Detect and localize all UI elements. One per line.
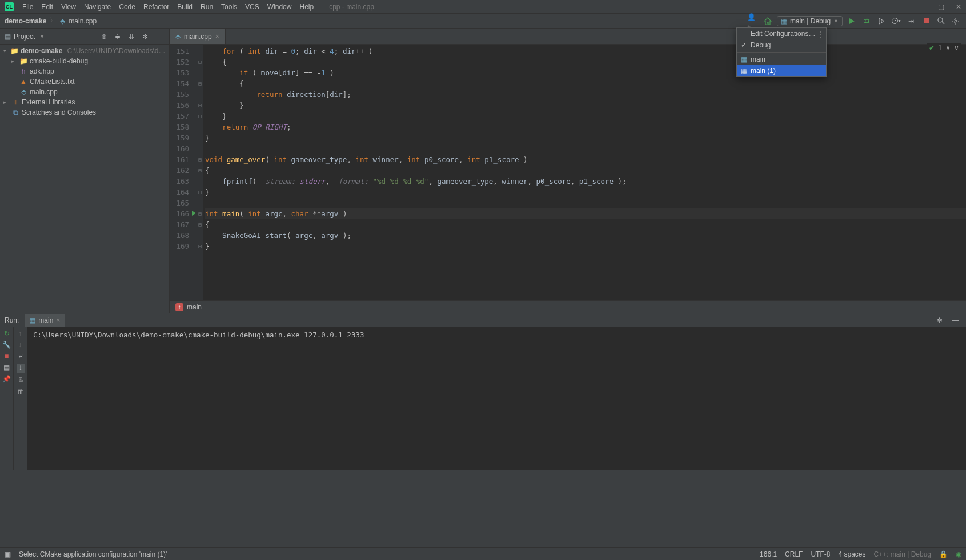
tree-item-label: adk.hpp (30, 67, 54, 75)
rerun-icon[interactable]: ↻ (4, 329, 10, 337)
run-output-line: C:\Users\UNIDY\Downloads\demo-cmake\cmak… (33, 331, 960, 339)
run-output[interactable]: C:\Users\UNIDY\Downloads\demo-cmake\cmak… (27, 327, 966, 470)
debug-icon[interactable] (861, 15, 872, 27)
svg-point-3 (938, 18, 943, 22)
dd-label: main (751, 55, 765, 63)
add-user-icon[interactable]: 👤₊ (747, 15, 759, 27)
hide-tool-icon[interactable]: — (153, 31, 165, 42)
scroll-end-icon[interactable]: ⤓ (17, 364, 25, 373)
tree-file[interactable]: ▲ CMakeLists.txt (0, 76, 169, 87)
svg-point-4 (955, 20, 957, 22)
maximize-icon[interactable]: ▢ (938, 3, 944, 11)
close-icon[interactable]: ✕ (956, 3, 961, 11)
menu-tools[interactable]: Tools (217, 3, 241, 11)
menu-code[interactable]: Code (115, 3, 139, 11)
dd-label: main (1) (751, 67, 776, 75)
menu-window[interactable]: Window (263, 3, 296, 11)
menu-navigate[interactable]: Navigate (80, 3, 115, 11)
select-opened-icon[interactable]: ⊕ (98, 31, 110, 42)
encoding[interactable]: UTF-8 (811, 550, 830, 558)
stop-icon[interactable] (920, 15, 932, 27)
run-tool-window: Run: ▦ main × ✻ — ↻ 🔧 ■ ▤ 📌 ↑ ↓ ⤶ ⤓ 🖶 🗑 … (0, 313, 966, 470)
menu-run[interactable]: Run (197, 3, 217, 11)
close-tab-icon[interactable]: × (215, 33, 219, 41)
run-settings-icon[interactable]: ✻ (934, 315, 945, 326)
stop-run-icon[interactable]: ■ (5, 352, 9, 360)
tree-file[interactable]: h adk.hpp (0, 66, 169, 76)
dd-config-item[interactable]: ▦ main (1) (737, 65, 826, 76)
close-run-tab-icon[interactable]: × (56, 316, 60, 324)
inspection-widget[interactable]: ✔ 1 ∧ ∨ (927, 43, 961, 53)
print-icon[interactable]: 🖶 (17, 376, 24, 384)
menu-edit[interactable]: Edit (37, 3, 57, 11)
coverage-icon[interactable] (876, 15, 887, 27)
hector-icon[interactable]: ◉ (956, 550, 961, 558)
chevron-down-icon[interactable]: ∨ (954, 44, 959, 52)
breadcrumb-file[interactable]: main.cpp (69, 17, 97, 25)
editor-tab[interactable]: ⬘ main.cpp × (170, 29, 226, 44)
breadcrumb: demo-cmake 〉 ⬘ main.cpp (5, 16, 97, 26)
edit-configurations[interactable]: Edit Configurations… (737, 28, 826, 39)
project-tool-title[interactable]: Project (14, 33, 35, 41)
hide-run-icon[interactable]: — (950, 315, 961, 326)
inspection-count: 1 (938, 44, 942, 52)
lock-icon[interactable]: 🔒 (939, 550, 948, 558)
tree-item-label: CMakeLists.txt (30, 78, 75, 86)
tree-scratches[interactable]: ⧉ Scratches and Consoles (0, 107, 169, 118)
run-config-selector[interactable]: ▦ main | Debug ▼ (777, 16, 843, 26)
chevron-up-icon[interactable]: ∧ (945, 44, 951, 52)
indent[interactable]: 4 spaces (838, 550, 865, 558)
tree-folder[interactable]: ▸ 📁 cmake-build-debug (0, 56, 169, 66)
settings-icon[interactable] (950, 15, 961, 27)
svg-point-0 (865, 19, 868, 23)
search-icon[interactable] (935, 15, 947, 27)
dd-debug[interactable]: ✓ Debug (737, 39, 826, 51)
dd-label: Debug (751, 41, 771, 49)
profile-icon[interactable]: ▼ (891, 15, 902, 27)
menu-help[interactable]: Help (295, 3, 318, 11)
build-icon[interactable] (762, 15, 773, 27)
menu-vcs[interactable]: VCS (241, 3, 263, 11)
tool-windows-icon[interactable]: ▣ (5, 550, 11, 558)
dd-config-item[interactable]: ▦ main (737, 54, 826, 65)
editor-tab-label: main.cpp (184, 33, 212, 41)
run-config-dropdown: ⋮ Edit Configurations… ✓ Debug ▦ main ▦ … (736, 27, 827, 77)
pin-icon[interactable]: 📌 (2, 375, 11, 383)
line-separator[interactable]: CRLF (785, 550, 803, 558)
tree-item-label: External Libraries (22, 98, 75, 106)
tree-file[interactable]: ⬘ main.cpp (0, 87, 169, 97)
menu-view[interactable]: View (57, 3, 80, 11)
expand-all-icon[interactable]: ≑ (112, 31, 123, 42)
tool-settings-icon[interactable]: ✻ (139, 31, 151, 42)
titlebar: CL File Edit View Navigate Code Refactor… (0, 0, 966, 14)
run-icon[interactable] (846, 15, 857, 27)
minimize-icon[interactable]: — (920, 3, 927, 11)
check-icon: ✔ (929, 44, 935, 52)
attach-icon[interactable]: ⇥ (905, 15, 917, 27)
editor-body[interactable]: 1511521531541551561571581591601611621631… (170, 45, 966, 300)
layout-icon[interactable]: ▤ (3, 364, 10, 372)
wrench-icon[interactable]: 🔧 (2, 341, 11, 349)
down-icon[interactable]: ↓ (19, 341, 22, 349)
navigation-bar: demo-cmake 〉 ⬘ main.cpp 👤₊ ▦ main | Debu… (0, 14, 966, 29)
editor-breadcrumb-fn[interactable]: main (187, 303, 202, 311)
more-icon[interactable]: ⋮ (817, 30, 824, 38)
collapse-all-icon[interactable]: ⇊ (126, 31, 137, 42)
tree-root-label: demo-cmake (21, 47, 62, 55)
tree-item-label: cmake-build-debug (30, 57, 88, 65)
tree-root[interactable]: ▾ 📁 demo-cmake C:\Users\UNIDY\Downloads\… (0, 46, 169, 56)
run-tab[interactable]: ▦ main × (25, 314, 65, 327)
main-menu: File Edit View Navigate Code Refactor Bu… (18, 3, 318, 11)
menu-refactor[interactable]: Refactor (139, 3, 173, 11)
soft-wrap-icon[interactable]: ⤶ (18, 352, 23, 360)
caret-position[interactable]: 166:1 (760, 550, 777, 558)
up-icon[interactable]: ↑ (19, 329, 22, 337)
status-message: Select CMake application configuration '… (19, 550, 167, 558)
menu-file[interactable]: File (18, 3, 37, 11)
menu-build[interactable]: Build (173, 3, 197, 11)
app-icon: CL (5, 2, 14, 11)
breadcrumb-project[interactable]: demo-cmake (5, 17, 46, 25)
context[interactable]: C++: main | Debug (873, 550, 931, 558)
clear-icon[interactable]: 🗑 (17, 388, 24, 396)
tree-external-libs[interactable]: ▸ ⫴ External Libraries (0, 97, 169, 107)
